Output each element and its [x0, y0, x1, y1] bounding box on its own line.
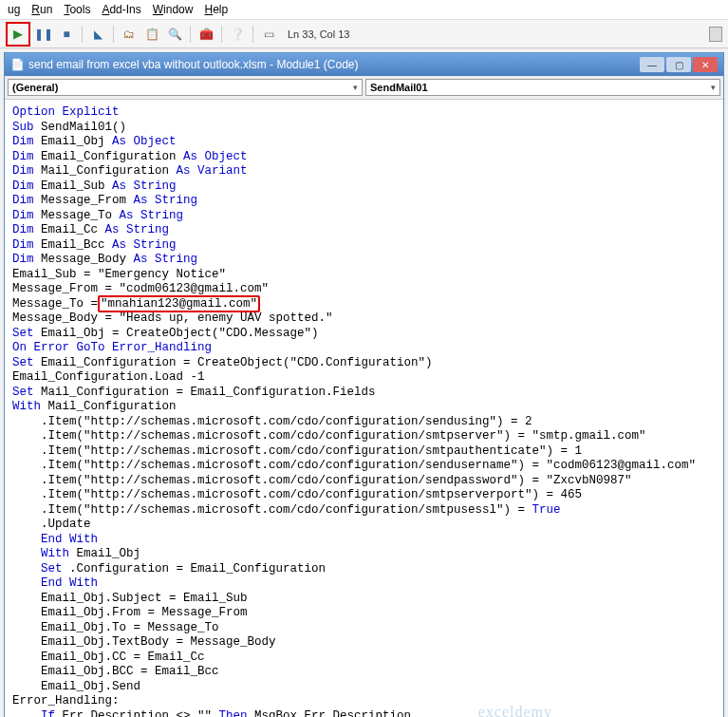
watermark: exceldemy: [478, 705, 552, 718]
menu-tools[interactable]: Tools: [64, 3, 90, 16]
menu-window[interactable]: Window: [153, 3, 194, 16]
cursor-position: Ln 33, Col 13: [288, 28, 349, 40]
help-icon[interactable]: ❔: [228, 25, 247, 44]
module-icon: 📄: [10, 58, 25, 71]
stop-icon[interactable]: ■: [57, 25, 76, 44]
procedure-selector[interactable]: SendMail01: [365, 79, 720, 96]
object-browser-icon[interactable]: 🔍: [165, 25, 184, 44]
run-icon[interactable]: ▶: [9, 25, 28, 44]
window-titlebar: 📄 send email from excel vba without outl…: [5, 53, 723, 76]
menu-run[interactable]: Run: [31, 3, 52, 16]
object-procedure-selectors: (General) SendMail01: [5, 76, 723, 100]
menu-help[interactable]: Help: [204, 3, 228, 16]
window-title: send email from excel vba without outloo…: [28, 58, 358, 71]
run-button-highlight: ▶: [6, 22, 30, 47]
properties-icon[interactable]: 📋: [142, 25, 161, 44]
project-explorer-icon[interactable]: 🗂: [120, 25, 139, 44]
menu-bar: ug Run Tools Add-Ins Window Help: [0, 0, 728, 20]
toolbar-overflow[interactable]: [709, 27, 722, 42]
menu-addins[interactable]: Add-Ins: [102, 3, 140, 16]
pause-icon[interactable]: ❚❚: [34, 25, 53, 44]
menu-debug[interactable]: ug: [8, 3, 20, 16]
toolbox-icon[interactable]: 🧰: [196, 25, 215, 44]
maximize-button[interactable]: ▢: [666, 57, 691, 72]
code-window: 📄 send email from excel vba without outl…: [4, 52, 724, 717]
code-editor[interactable]: Option Explicit Sub SendMail01() Dim Ema…: [5, 100, 723, 717]
toolbar: ▶ ❚❚ ■ ◣ 🗂 📋 🔍 🧰 ❔ ▭ Ln 33, Col 13: [0, 20, 728, 48]
minimize-button[interactable]: —: [640, 57, 664, 72]
window-icon[interactable]: ▭: [259, 25, 278, 44]
close-button[interactable]: ✕: [693, 57, 718, 72]
design-mode-icon[interactable]: ◣: [88, 25, 107, 44]
object-selector[interactable]: (General): [8, 79, 363, 96]
